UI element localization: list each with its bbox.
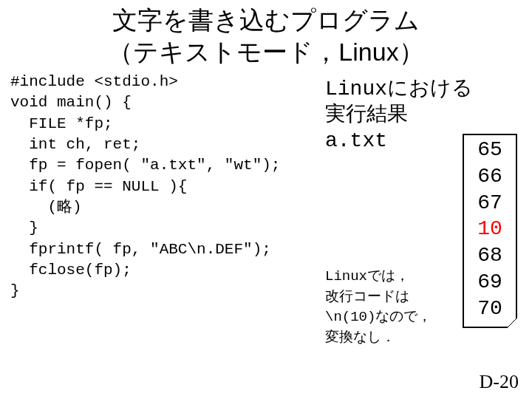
- file-row-highlight: 10: [464, 216, 516, 242]
- slide-title: 文字を書き込むプログラム （テキストモード，Linux）: [0, 4, 532, 67]
- file-row: 68: [464, 242, 516, 269]
- file-output-box: 65 66 67 10 68 69 70: [463, 134, 517, 328]
- note-text: Linuxでは， 改行コードは \n(10)なので， 変換なし．: [325, 267, 432, 348]
- result-panel: Linuxにおける 実行結果 a.txt 65 66 67 10 68 69 7…: [325, 76, 517, 154]
- code-block: #include <stdio.h> void main() { FILE *f…: [10, 72, 280, 302]
- file-row: 66: [464, 163, 516, 190]
- file-row: 69: [464, 269, 516, 296]
- page-fold-line: [507, 318, 517, 328]
- title-line-2: （テキストモード，Linux）: [0, 36, 532, 68]
- file-row: 65: [464, 137, 516, 163]
- title-line-1: 文字を書き込むプログラム: [0, 4, 532, 36]
- file-row: 67: [464, 190, 516, 216]
- page-number: D-20: [480, 371, 519, 393]
